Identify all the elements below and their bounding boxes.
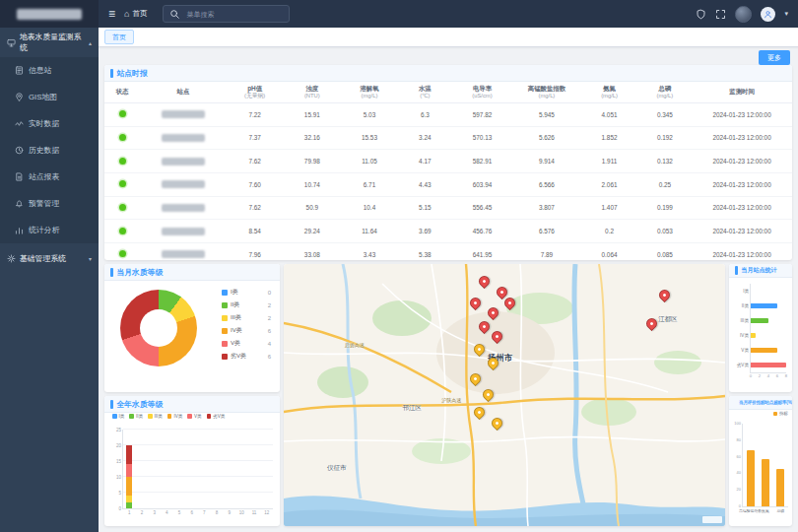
- station-name-redacted: [162, 228, 205, 235]
- map-marker[interactable]: [472, 342, 488, 358]
- bar: [751, 333, 756, 338]
- sidebar-item-station-report[interactable]: 站点报表: [0, 164, 99, 190]
- table-row[interactable]: 7.3732.1615.533.24570.135.6261.8520.1922…: [104, 126, 792, 150]
- sidebar-group-water-monitor[interactable]: 地表水质量监测系统 ▴: [0, 28, 99, 57]
- legend-item[interactable]: V类4: [222, 339, 271, 348]
- chevron-down-icon[interactable]: ▾: [784, 10, 788, 18]
- map-panel: 扬州市江都区邗江区仪征市沪陕高速启扬高速: [284, 264, 725, 526]
- legend-item[interactable]: IV类: [167, 414, 182, 419]
- monitor-time-cell: 2024-01-23 12:00:00: [692, 126, 792, 150]
- table-cell: 15.91: [284, 102, 341, 126]
- map-overlay: 扬州市江都区邗江区仪征市沪陕高速启扬高速: [284, 264, 725, 526]
- table-cell: 6.576: [512, 220, 580, 243]
- map-marker[interactable]: [467, 370, 483, 386]
- station-report-icon: [15, 172, 24, 181]
- station-name-redacted: [162, 134, 205, 142]
- user-avatar[interactable]: [735, 6, 752, 23]
- month-grade-header: 当月水质等级: [104, 264, 280, 281]
- bar: [747, 450, 755, 506]
- annual-grade-header: 全年水质等级: [104, 396, 280, 413]
- map-canvas[interactable]: 扬州市江都区邗江区仪征市沪陕高速启扬高速: [284, 264, 725, 526]
- breadcrumb-home[interactable]: 首页: [132, 9, 147, 19]
- sidebar-item-label: 预警管理: [29, 198, 59, 209]
- map-marker[interactable]: [467, 295, 483, 310]
- hamburger-icon[interactable]: ≡: [108, 8, 115, 20]
- table-row[interactable]: 7.9633.083.435.38641.957.890.0640.085202…: [104, 242, 792, 260]
- station-name-redacted: [162, 110, 205, 118]
- station-table: 状态站点pH值(无量纲)浊度(NTU)溶解氧(mg/L)水温(℃)电导率(uS/…: [104, 82, 792, 260]
- station-name-redacted: [162, 158, 205, 166]
- exceed-rate-header: 当月评价指标站点超标率(%): [729, 396, 792, 410]
- badge-icon[interactable]: [696, 9, 706, 20]
- month-grade-panel: 当月水质等级 I类0II类2III类2IV类6V类4劣V类6: [104, 264, 280, 392]
- sidebar-item-history-data[interactable]: 历史数据: [0, 137, 99, 164]
- table-cell: 1.911: [580, 150, 637, 173]
- station-table-head-row: 状态站点pH值(无量纲)浊度(NTU)溶解氧(mg/L)水温(℃)电导率(uS/…: [104, 82, 792, 102]
- sidebar-group-label: 地表水质量监测系统: [20, 32, 85, 53]
- annual-grade-panel: 全年水质等级 I类II类III类IV类V类劣V类 051015202512345…: [104, 396, 280, 526]
- legend-item[interactable]: II类2: [222, 300, 271, 309]
- monitor-icon: [7, 38, 16, 47]
- map-marker[interactable]: [481, 386, 497, 402]
- sidebar-item-realtime-data[interactable]: 实时数据: [0, 110, 99, 137]
- legend-item[interactable]: III类2: [222, 313, 271, 322]
- table-cell: 3.24: [398, 126, 452, 150]
- map-marker[interactable]: [490, 329, 505, 345]
- map-marker[interactable]: [657, 287, 673, 302]
- legend-item[interactable]: 劣V类6: [222, 352, 271, 361]
- map-label: 启扬高速: [345, 342, 365, 348]
- sidebar-item-label: 历史数据: [29, 145, 59, 156]
- sidebar-item-gis-map[interactable]: GIS地图: [0, 84, 99, 110]
- search-input[interactable]: [184, 10, 283, 19]
- table-cell: 0.2: [580, 220, 637, 243]
- legend-item[interactable]: IV类6: [222, 326, 271, 335]
- bar: [751, 318, 768, 323]
- sidebar-item-warning-management[interactable]: 预警管理: [0, 190, 99, 217]
- monitor-time-cell: 2024-01-23 12:00:00: [692, 196, 792, 220]
- table-cell: 7.62: [227, 196, 284, 220]
- menu-search[interactable]: [163, 5, 290, 23]
- table-cell: 2.061: [580, 172, 637, 196]
- bar: [751, 348, 777, 353]
- monitor-time-cell: 2024-01-23 12:00:00: [692, 150, 792, 173]
- table-cell: 641.95: [452, 242, 513, 260]
- legend-item[interactable]: V类: [187, 414, 201, 419]
- table-row[interactable]: 7.6250.910.45.15556.453.8071.4070.199202…: [104, 196, 792, 220]
- map-marker[interactable]: [644, 316, 660, 332]
- table-row[interactable]: 7.6279.9811.054.17582.919.9141.9110.1322…: [104, 150, 792, 173]
- panel-title: 全年水质等级: [117, 399, 164, 410]
- map-marker[interactable]: [490, 416, 505, 432]
- map-marker[interactable]: [476, 274, 492, 290]
- map-label: 邗江区: [402, 404, 422, 413]
- exceed-rate-legend: 指标: [773, 411, 788, 416]
- table-cell: 456.76: [452, 220, 513, 243]
- map-marker[interactable]: [476, 318, 492, 334]
- legend-item[interactable]: I类0: [222, 288, 271, 297]
- table-row[interactable]: 7.2215.915.036.3597.825.9454.0510.345202…: [104, 102, 792, 126]
- legend-item[interactable]: I类: [112, 414, 124, 419]
- fullscreen-icon[interactable]: [715, 9, 726, 20]
- map-marker[interactable]: [502, 295, 518, 310]
- sidebar-group-base-management[interactable]: 基础管理系统 ▾: [0, 243, 99, 273]
- table-cell: 556.45: [452, 196, 513, 220]
- map-marker[interactable]: [485, 305, 500, 321]
- table-row[interactable]: 8.5429.2411.643.69456.766.5760.20.053202…: [104, 220, 792, 243]
- legend-item[interactable]: 劣V类: [207, 414, 226, 419]
- profile-avatar[interactable]: [761, 7, 775, 22]
- map-marker[interactable]: [472, 405, 488, 421]
- column-header: pH值(无量纲): [227, 82, 284, 102]
- legend-item[interactable]: III类: [148, 414, 163, 419]
- map-label: 江都区: [658, 314, 678, 323]
- table-cell: 7.89: [512, 242, 580, 260]
- legend-item[interactable]: II类: [129, 414, 143, 419]
- more-button[interactable]: 更多: [759, 50, 790, 65]
- table-row[interactable]: 7.6010.746.714.43603.946.5662.0610.25202…: [104, 172, 792, 196]
- sidebar-item-statistic-analysis[interactable]: 统计分析: [0, 217, 99, 243]
- sidebar-item-info-station[interactable]: 信息站: [0, 57, 99, 84]
- table-cell: 0.199: [638, 196, 693, 220]
- tab-home[interactable]: 首页: [104, 30, 134, 44]
- table-cell: 9.914: [512, 150, 580, 173]
- table-cell: 6.71: [341, 172, 398, 196]
- monitor-time-cell: 2024-01-23 12:00:00: [692, 172, 792, 196]
- column-header: 溶解氧(mg/L): [341, 82, 398, 102]
